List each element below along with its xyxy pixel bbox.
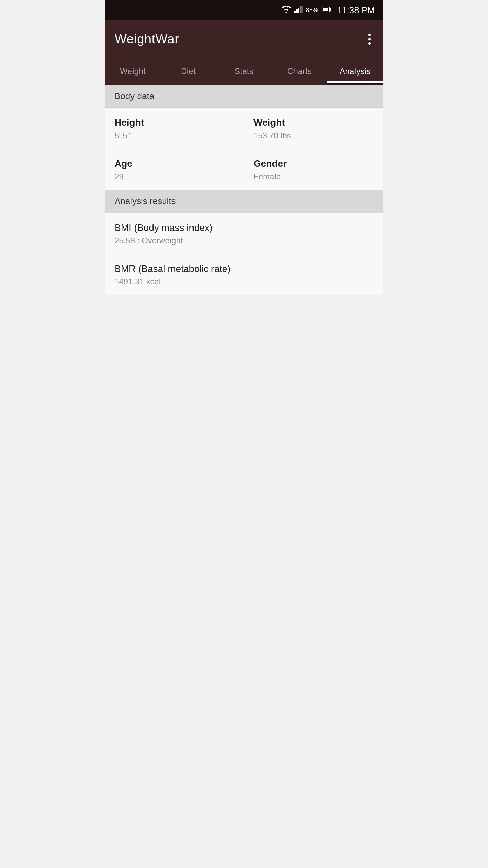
age-label: Age [115, 158, 234, 169]
tab-weight[interactable]: Weight [105, 58, 161, 85]
signal-icon [294, 6, 303, 15]
bmi-result: BMI (Body mass index) 25.58 : Overweight [105, 213, 383, 254]
svg-rect-0 [294, 11, 296, 13]
body-data-header: Body data [105, 85, 383, 108]
battery-percentage: 88% [306, 7, 318, 14]
weight-value: 153.70 lbs [253, 131, 373, 140]
app-bar: WeightWar [105, 20, 383, 58]
tab-diet[interactable]: Diet [161, 58, 216, 85]
status-time: 11:38 PM [337, 5, 375, 16]
body-data-grid: Height 5' 5" Weight 153.70 lbs Age 29 Ge… [105, 108, 383, 190]
battery-icon [322, 6, 331, 14]
bmr-value: 1491.31 kcal [115, 277, 373, 287]
svg-rect-6 [323, 8, 328, 11]
bmr-result: BMR (Basal metabolic rate) 1491.31 kcal [105, 254, 383, 295]
svg-rect-2 [298, 8, 299, 13]
tab-bar: Weight Diet Stats Charts Analysis [105, 58, 383, 85]
height-value: 5' 5" [115, 131, 234, 140]
tab-stats[interactable]: Stats [216, 58, 272, 85]
gender-cell: Gender Female [244, 149, 383, 190]
tab-analysis[interactable]: Analysis [327, 58, 383, 85]
svg-rect-3 [300, 6, 301, 13]
age-cell: Age 29 [105, 149, 244, 190]
analysis-results-container: BMI (Body mass index) 25.58 : Overweight… [105, 213, 383, 295]
status-bar: 88% 11:38 PM [105, 0, 383, 20]
more-dot-2 [368, 38, 371, 40]
status-icons: 88% 11:38 PM [282, 5, 375, 16]
height-cell: Height 5' 5" [105, 108, 244, 149]
bmi-title: BMI (Body mass index) [115, 222, 373, 233]
height-label: Height [115, 117, 234, 128]
tab-charts[interactable]: Charts [272, 58, 327, 85]
gender-value: Female [253, 172, 373, 181]
weight-label: Weight [253, 117, 373, 128]
gender-label: Gender [253, 158, 373, 169]
more-menu-button[interactable] [366, 31, 373, 47]
weight-cell: Weight 153.70 lbs [244, 108, 383, 149]
more-dot-3 [368, 42, 371, 45]
app-title: WeightWar [115, 32, 179, 46]
analysis-results-header: Analysis results [105, 190, 383, 213]
svg-rect-1 [296, 9, 298, 13]
bmr-title: BMR (Basal metabolic rate) [115, 263, 373, 274]
svg-rect-7 [330, 8, 331, 11]
more-dot-1 [368, 34, 371, 36]
bmi-value: 25.58 : Overweight [115, 236, 373, 245]
svg-rect-4 [301, 6, 303, 13]
age-value: 29 [115, 172, 234, 181]
wifi-icon [282, 6, 291, 15]
